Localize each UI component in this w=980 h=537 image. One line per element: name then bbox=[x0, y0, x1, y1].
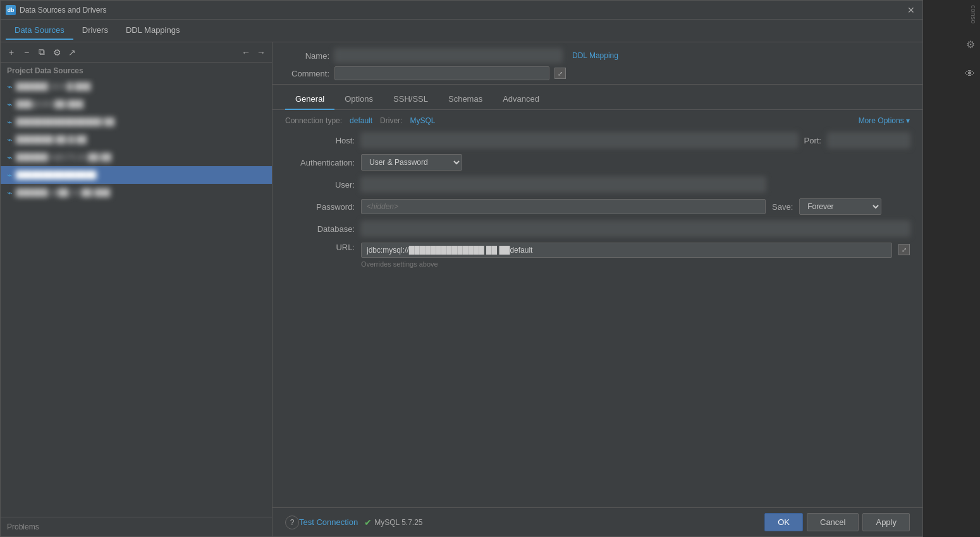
user-input[interactable] bbox=[361, 177, 766, 192]
database-row: Database: bbox=[285, 221, 910, 236]
item-label: ██████ 10.9.█.███ bbox=[16, 82, 266, 91]
list-item[interactable]: ⌁ ███████ ██.█.██ bbox=[1, 131, 272, 148]
settings-side-icon[interactable]: ⚙ bbox=[964, 36, 977, 53]
back-button[interactable]: ← bbox=[239, 45, 253, 59]
copy-button[interactable]: ⧉ bbox=[35, 45, 49, 59]
test-status: ✔ MySQL 5.7.25 bbox=[364, 517, 422, 528]
list-item[interactable]: ⌁ ██████ 10.9.█.███ bbox=[1, 78, 272, 95]
top-nav-tabs: Data Sources Drivers DDL Mappings bbox=[1, 20, 922, 42]
nav-tab-data-sources[interactable]: Data Sources bbox=[6, 21, 73, 40]
list-item[interactable]: ⌁ ███@193.██.███ bbox=[1, 95, 272, 113]
project-data-sources-label: Project Data Sources bbox=[1, 63, 272, 78]
export-button[interactable]: ↗ bbox=[65, 45, 79, 59]
list-item-selected[interactable]: ⌁ ███████████████ bbox=[1, 166, 272, 184]
connection-details-panel: Connection type: default Driver: MySQL M… bbox=[273, 110, 922, 507]
tab-general[interactable]: General bbox=[285, 89, 334, 110]
remove-button[interactable]: − bbox=[20, 45, 34, 59]
item-label: ████████████████ ██ bbox=[16, 118, 266, 126]
item-label: ██████ A@173.16.██.██ bbox=[16, 153, 266, 162]
close-button[interactable]: ✕ bbox=[905, 4, 917, 16]
name-row: Name: DDL Mapping bbox=[285, 49, 910, 63]
port-input[interactable] bbox=[828, 133, 910, 148]
url-expand-button[interactable]: ⤢ bbox=[898, 244, 910, 255]
host-label: Host: bbox=[285, 136, 355, 145]
ok-button[interactable]: OK bbox=[764, 513, 803, 531]
problems-section: Problems bbox=[1, 517, 272, 536]
db-icon: ⌁ bbox=[7, 117, 12, 127]
ddl-mapping-link[interactable]: DDL Mapping bbox=[572, 51, 618, 60]
item-label: ███████ ██.█.██ bbox=[16, 135, 266, 144]
db-icon: ⌁ bbox=[7, 99, 12, 109]
settings-button[interactable]: ⚙ bbox=[50, 45, 64, 59]
problems-label: Problems bbox=[7, 522, 39, 531]
add-button[interactable]: + bbox=[4, 45, 18, 59]
test-status-text: MySQL 5.7.25 bbox=[374, 518, 422, 527]
item-label: ███████████████ bbox=[16, 171, 266, 179]
nav-tab-ddl-mappings[interactable]: DDL Mappings bbox=[117, 21, 189, 40]
save-select[interactable]: Forever Until restart Never bbox=[799, 198, 881, 215]
sidebar-toolbar: + − ⧉ ⚙ ↗ ← → bbox=[1, 42, 272, 63]
auth-select[interactable]: User & Password No auth SSH SSL bbox=[361, 154, 462, 171]
nav-arrows: ← → bbox=[239, 45, 268, 59]
list-item[interactable]: ⌁ ██████ @██.10.██.███ bbox=[1, 184, 272, 202]
db-icon: ⌁ bbox=[7, 81, 12, 92]
comment-row: Comment: ⤢ bbox=[285, 66, 910, 80]
list-item[interactable]: ⌁ ████████████████ ██ bbox=[1, 113, 272, 131]
connection-type-label: Connection type: bbox=[285, 116, 342, 125]
bottom-bar: ? Test Connection ✔ MySQL 5.7.25 OK Canc… bbox=[273, 507, 922, 536]
console-label: conso bbox=[970, 5, 977, 23]
tab-schemas[interactable]: Schemas bbox=[438, 89, 493, 110]
nav-tab-drivers[interactable]: Drivers bbox=[73, 21, 117, 40]
auth-label: Authentication: bbox=[285, 158, 355, 167]
tab-options[interactable]: Options bbox=[334, 89, 383, 110]
more-options-button[interactable]: More Options ▾ bbox=[859, 116, 910, 125]
main-content-area: + − ⧉ ⚙ ↗ ← → Project Data Sources ⌁ ███… bbox=[1, 42, 922, 536]
name-label: Name: bbox=[285, 51, 329, 61]
sidebar: + − ⧉ ⚙ ↗ ← → Project Data Sources ⌁ ███… bbox=[1, 42, 273, 536]
url-hint: Overrides settings above bbox=[361, 260, 910, 268]
main-dialog: db Data Sources and Drivers ✕ Data Sourc… bbox=[0, 0, 923, 537]
right-side-panel: conso ⚙ 👁 bbox=[923, 0, 980, 537]
comment-label: Comment: bbox=[285, 69, 329, 78]
apply-button[interactable]: Apply bbox=[862, 513, 910, 531]
db-icon: ⌁ bbox=[7, 188, 12, 198]
title-bar: db Data Sources and Drivers ✕ bbox=[1, 1, 922, 20]
db-icon: ⌁ bbox=[7, 135, 12, 145]
connection-type-row: Connection type: default Driver: MySQL M… bbox=[285, 116, 910, 125]
list-item[interactable]: ⌁ ██████ A@173.16.██.██ bbox=[1, 148, 272, 166]
forward-button[interactable]: → bbox=[254, 45, 268, 59]
host-input[interactable] bbox=[361, 133, 798, 148]
tab-advanced[interactable]: Advanced bbox=[493, 89, 549, 110]
right-panel: Name: DDL Mapping Comment: ⤢ General Opt… bbox=[273, 42, 922, 536]
item-label: ███@193.██.███ bbox=[16, 100, 266, 109]
comment-expand-button[interactable]: ⤢ bbox=[554, 68, 566, 79]
app-icon: db bbox=[6, 5, 16, 15]
tab-ssh-ssl[interactable]: SSH/SSL bbox=[383, 89, 438, 110]
name-input[interactable] bbox=[334, 49, 562, 63]
connection-type-value[interactable]: default bbox=[350, 116, 372, 125]
url-row: URL: ⤢ bbox=[285, 243, 910, 258]
database-input[interactable] bbox=[361, 221, 910, 236]
item-label: ██████ @██.10.██.███ bbox=[16, 188, 266, 197]
help-button[interactable]: ? bbox=[285, 516, 299, 529]
host-port-row: Host: Port: bbox=[285, 133, 910, 148]
url-input[interactable] bbox=[361, 243, 892, 258]
connection-tabs: General Options SSH/SSL Schemas Advanced bbox=[273, 85, 922, 110]
comment-input[interactable] bbox=[334, 66, 549, 80]
test-connection-button[interactable]: Test Connection bbox=[299, 517, 358, 527]
test-check-icon: ✔ bbox=[364, 517, 372, 528]
driver-label: Driver: bbox=[380, 116, 402, 125]
user-row: User: bbox=[285, 177, 910, 192]
password-input[interactable] bbox=[361, 199, 766, 214]
url-label: URL: bbox=[285, 243, 355, 252]
password-label: Password: bbox=[285, 202, 355, 212]
cancel-button[interactable]: Cancel bbox=[807, 513, 859, 531]
authentication-row: Authentication: User & Password No auth … bbox=[285, 154, 910, 171]
eye-side-icon[interactable]: 👁 bbox=[962, 66, 977, 82]
password-row: Password: Save: Forever Until restart Ne… bbox=[285, 198, 910, 215]
driver-value[interactable]: MySQL bbox=[410, 116, 435, 125]
dialog-title: Data Sources and Drivers bbox=[20, 6, 905, 15]
bottom-buttons: OK Cancel Apply bbox=[764, 513, 910, 531]
db-icon: ⌁ bbox=[7, 152, 12, 162]
port-label: Port: bbox=[804, 136, 821, 145]
